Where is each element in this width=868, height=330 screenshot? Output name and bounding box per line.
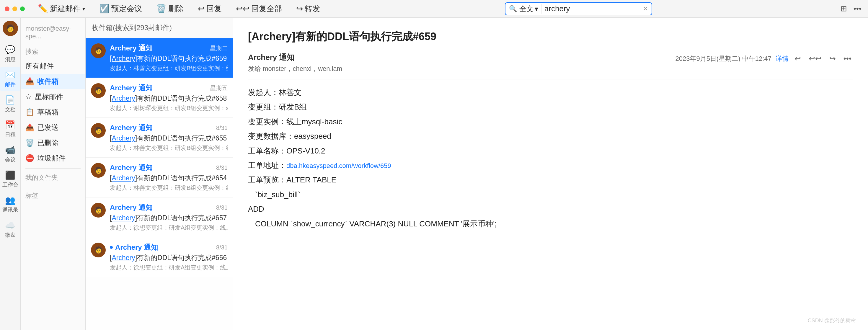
folder-item-trash[interactable]: 🗑️ 已删除	[21, 135, 85, 151]
email-avatar-6: 🧑	[91, 243, 106, 257]
folder-item-starred[interactable]: ☆ 星标邮件	[21, 89, 85, 104]
email-item-3[interactable]: 🧑 Archery 通知 8/31 [Archery]有新的DDL语句执行完成#…	[86, 118, 233, 158]
folder-item-all-mail[interactable]: 所有邮件	[21, 59, 85, 74]
contacts-icon: 👥	[5, 195, 16, 205]
message-icon: 💬	[5, 45, 16, 55]
main-content: 🧑 💬 消息 ✉️ 邮件 📄 文档 📅 日程 📹 会议 ⬛ 工作台 👥 通讯录	[0, 18, 868, 330]
layout-button[interactable]: ⊞	[839, 2, 849, 15]
ticket-url-link[interactable]: dba.hkeasyspeed.com/workflow/659	[286, 162, 391, 169]
new-mail-button[interactable]: ✏️ 新建邮件 ▾	[34, 2, 89, 15]
email-date-4: 8/31	[216, 164, 228, 171]
sidebar-item-contacts[interactable]: 👥 通讯录	[0, 193, 20, 217]
email-header-row-5: Archery 通知 8/31	[110, 203, 228, 212]
sidebar-item-message[interactable]: 💬 消息	[0, 42, 20, 66]
all-mail-label: 所有邮件	[25, 61, 54, 71]
body-ticket-preview: 工单预览：ALTER TABLE	[248, 173, 853, 187]
forward-button[interactable]: ↪ 转发	[292, 2, 324, 15]
unread-indicator	[110, 246, 113, 249]
email-date-1: 星期二	[210, 44, 228, 52]
email-preview-6: 发起人：徐想变更组：研发A组变更实例：线上mysql-basic变更 收件箱	[110, 264, 228, 271]
doc-icon: 📄	[5, 95, 16, 105]
minimize-button[interactable]	[12, 6, 17, 11]
search-clear-icon[interactable]: ✕	[643, 5, 648, 13]
email-date-2: 星期五	[210, 84, 228, 92]
email-sender-3: Archery 通知	[110, 123, 153, 133]
search-input[interactable]	[545, 4, 640, 13]
folder-item-spam[interactable]: ⛔ 垃圾邮件	[21, 151, 85, 166]
maximize-button[interactable]	[20, 6, 25, 11]
detail-actions: ↩ ↩↩ ↪ •••	[793, 52, 853, 65]
email-header-row-4: Archery 通知 8/31	[110, 163, 228, 172]
email-content-1: Archery 通知 星期二 [Archery]有新的DDL语句执行完成#659…	[110, 43, 228, 72]
delete-button[interactable]: 🗑️ 删除	[152, 2, 188, 15]
sidebar-item-workbench[interactable]: ⬛ 工作台	[0, 167, 20, 191]
email-preview-2: 发起人：谢树琛变更组：研发B组变更实例：sandbox-mysql变 收件箱	[110, 104, 228, 112]
sidebar-item-mail[interactable]: ✉️ 邮件	[0, 67, 20, 91]
detail-forward-button[interactable]: ↪	[828, 52, 838, 65]
email-list-header: 收件箱(搜索到293封邮件)	[86, 18, 233, 38]
body-sql-line2: ADD	[248, 202, 853, 217]
sidebar-item-cloud[interactable]: ☁️ 微盘	[0, 218, 20, 241]
detail-reply-button[interactable]: ↩	[793, 52, 803, 65]
toolbar-right: ⊞ •••	[839, 2, 863, 15]
body-sql-line1: `biz_sub_bill`	[255, 188, 853, 202]
search-scope-selector[interactable]: 全文 ▾	[519, 4, 541, 13]
sidebar-item-meeting[interactable]: 📹 会议	[0, 142, 20, 166]
workbench-icon: ⬛	[5, 170, 16, 180]
traffic-lights	[5, 6, 25, 11]
folder-item-inbox[interactable]: 📥 收件箱	[21, 74, 85, 89]
email-item-1[interactable]: 🧑 Archery 通知 星期二 [Archery]有新的DDL语句执行完成#6…	[86, 38, 233, 78]
watermark: CSDN @彭伶的树树	[808, 317, 856, 324]
sidebar-item-calendar[interactable]: 📅 日程	[0, 117, 20, 141]
trash-icon: 🗑️	[25, 139, 34, 147]
folder-item-drafts[interactable]: 📋 草稿箱	[21, 104, 85, 120]
email-detail-link[interactable]: 详情	[776, 54, 788, 63]
body-sql-line3: COLUMN `show_currency` VARCHAR(3) NULL C…	[255, 217, 853, 231]
email-detail-recipients: 发给 monster，chenxi，wen.lam	[248, 64, 342, 73]
user-email: monster@easy-spe...	[21, 23, 85, 42]
tags-label: 标签	[21, 190, 85, 202]
reply-all-button[interactable]: ↩↩ 回复全部	[232, 2, 286, 15]
spam-icon: ⛔	[25, 154, 34, 162]
email-preview-1: 发起人：林善文变更组：研发B组变更实例：线上mysql-basic变 收件箱	[110, 64, 228, 72]
email-header-row-1: Archery 通知 星期二	[110, 43, 228, 53]
email-item-2[interactable]: 🧑 Archery 通知 星期五 [Archery]有新的DDL语句执行完成#6…	[86, 78, 233, 118]
new-mail-chevron-icon: ▾	[82, 6, 85, 12]
sidebar-item-doc[interactable]: 📄 文档	[0, 92, 20, 116]
more-options-button[interactable]: •••	[852, 2, 863, 15]
schedule-button[interactable]: ☑️ 预定会议	[95, 2, 146, 15]
folder-divider-2	[25, 187, 81, 187]
email-content-5: Archery 通知 8/31 [Archery]有新的DDL语句执行完成#65…	[110, 203, 228, 232]
body-ticket-url: 工单地址：dba.hkeasyspeed.com/workflow/659	[248, 158, 853, 173]
search-label: 搜索	[21, 45, 85, 59]
cloud-icon: ☁️	[5, 221, 16, 230]
email-item-4[interactable]: 🧑 Archery 通知 8/31 [Archery]有新的DDL语句执行完成#…	[86, 158, 233, 197]
schedule-icon: ☑️	[99, 4, 110, 13]
email-preview-4: 发起人：林善文变更组：研发B组变更实例：线上mysql-basic变 收件箱	[110, 184, 228, 192]
reply-all-icon: ↩↩	[236, 4, 249, 13]
body-db: 变更数据库：easyspeed	[248, 129, 853, 143]
starred-icon: ☆	[25, 93, 32, 101]
email-content-2: Archery 通知 星期五 [Archery]有新的DDL语句执行完成#658…	[110, 83, 228, 112]
detail-more-button[interactable]: •••	[842, 52, 853, 65]
email-avatar-2: 🧑	[91, 83, 106, 98]
folder-item-sent[interactable]: 📤 已发送	[21, 120, 85, 135]
email-subject-5: [Archery]有新的DDL语句执行完成#657	[110, 213, 228, 223]
search-icon: 🔍	[509, 5, 517, 13]
close-button[interactable]	[5, 6, 9, 11]
sent-icon: 📤	[25, 123, 34, 132]
email-list: 🧑 Archery 通知 星期二 [Archery]有新的DDL语句执行完成#6…	[86, 38, 233, 330]
email-sender-4: Archery 通知	[110, 163, 153, 172]
email-subject-6: [Archery]有新的DDL语句执行完成#656	[110, 253, 228, 262]
user-avatar[interactable]: 🧑	[3, 21, 18, 36]
reply-button[interactable]: ↩ 回复	[194, 2, 226, 15]
email-avatar-1: 🧑	[91, 43, 106, 58]
body-initiator: 发起人：林善文	[248, 85, 853, 100]
email-sender-6: Archery 通知	[110, 243, 158, 252]
detail-reply-all-button[interactable]: ↩↩	[807, 52, 824, 65]
email-list-panel: 收件箱(搜索到293封邮件) 🧑 Archery 通知 星期二 [Archery…	[86, 18, 233, 330]
delete-icon: 🗑️	[156, 4, 166, 13]
meeting-icon: 📹	[5, 145, 16, 155]
email-item-5[interactable]: 🧑 Archery 通知 8/31 [Archery]有新的DDL语句执行完成#…	[86, 197, 233, 237]
email-item-6[interactable]: 🧑 Archery 通知 8/31 [Archery]有新的DDL语句执行完成#…	[86, 237, 233, 277]
